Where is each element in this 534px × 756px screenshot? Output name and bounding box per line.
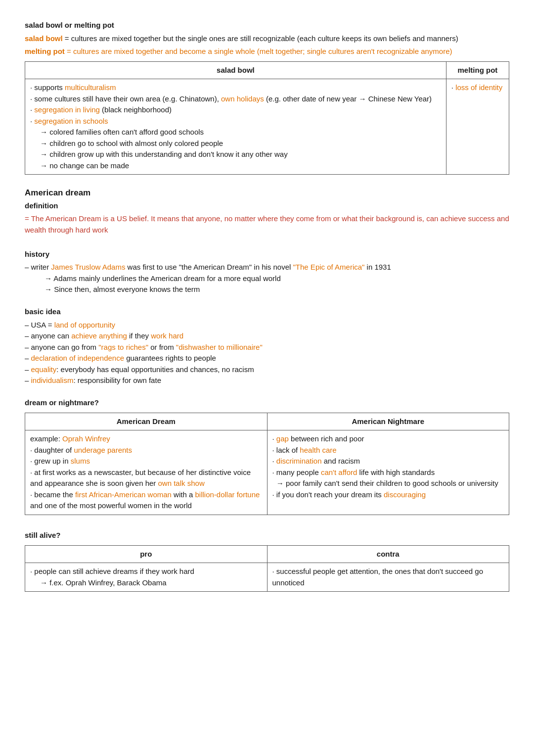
list-item: · at first works as a newscaster, but be… [30,467,262,489]
salad-def-line: salad bowl = cultures are mixed together… [25,33,509,45]
list-item: equality: everybody has equal opportunit… [25,364,509,376]
list-item: anyone can go from "rags to riches" or f… [25,342,509,353]
oprah-name: Oprah Winfrey [62,434,110,443]
gap-text: gap [276,434,289,443]
book-title: "The Epic of America" [293,263,365,271]
list-item: → children go to school with almost only… [40,138,441,149]
list-item: → children grow up with this understandi… [40,149,441,160]
dream-nightmare-table: American Dream American Nightmare exampl… [25,413,509,515]
list-item: · segregation in living (black neighborh… [30,104,441,116]
declaration-text: declaration of independence [31,354,124,362]
table-col2-header: melting pot [446,61,509,79]
list-item: · if you don't reach your dream its disc… [272,489,504,501]
slums-text: slums [71,457,90,465]
basic-idea-items: USA = land of opportunity anyone can ach… [25,320,509,386]
multiculturalism-text: multiculturalism [65,83,116,92]
dishwasher-to-millionaire: "dishwasher to millionaire" [176,343,263,351]
loss-of-identity-text: loss of identity [455,83,502,92]
american-dream-heading: American dream [25,187,509,199]
list-item: declaration of independence guarantees r… [25,353,509,364]
list-item: · gap between rich and poor [272,433,504,445]
salad-melting-table: salad bowl melting pot · supports multic… [25,61,509,175]
own-holidays-text: own holidays [221,94,264,103]
list-item: → colored families often can't afford go… [40,127,441,138]
list-item: – writer James Truslow Adams was first t… [25,262,509,273]
seg-living-text: segregation in living [34,105,100,114]
table-col1-body: · supports multiculturalism · some cultu… [25,79,446,175]
equality-text: equality [31,365,57,374]
rags-to-riches: "rags to riches" [98,343,148,351]
salad-def-text: = cultures are mixed together but the si… [63,34,458,43]
salad-bowl-section: salad bowl or melting pot salad bowl = c… [25,20,509,175]
list-item: example: Oprah Winfrey [30,433,262,445]
first-african-american: first African-American woman [75,490,172,499]
dream-col2-header: American Nightmare [267,413,509,430]
discouraging-text: discouraging [384,490,426,499]
list-item: · discrimination and racism [272,456,504,467]
list-item: individualism: responsibility for own fa… [25,375,509,386]
pro-body: · people can still achieve dreams if the… [25,563,267,592]
list-item: → no change can be made [40,160,441,172]
dream-col2-body: · gap between rich and poor · lack of he… [267,430,509,515]
dream-nightmare-label: dream or nightmare? [25,397,509,409]
salad-bowl-heading: salad bowl or melting pot [25,20,509,31]
table-col1-header: salad bowl [25,61,446,79]
list-item: · lack of health care [272,445,504,456]
contra-header: contra [267,545,509,563]
basic-idea-label: basic idea [25,306,509,318]
melting-def-line: melting pot = cultures are mixed togethe… [25,46,509,57]
list-item: → f.ex. Oprah Winfrey, Barack Obama [40,577,262,589]
history-label: history [25,249,509,260]
own-talk-show: own talk show [158,479,205,487]
list-item: · successful people get attention, the o… [272,566,504,588]
seg-schools-text: segregation in schools [34,117,108,125]
still-alive-table: pro contra · people can still achieve dr… [25,545,509,592]
work-hard: work hard [151,331,183,340]
still-alive-label: still alive? [25,530,509,541]
salad-def-label: salad bowl [25,34,63,43]
underage-parents: underage parents [74,446,132,454]
billion-dollar: billion-dollar fortune [195,490,260,499]
history-items: – writer James Truslow Adams was first t… [25,262,509,295]
list-item: anyone can achieve anything if they work… [25,331,509,342]
pro-header: pro [25,545,267,563]
dream-col1-body: example: Oprah Winfrey · daughter of und… [25,430,267,515]
list-item: · became the first African-American woma… [30,489,262,512]
list-item: → Adams mainly underlines the American d… [44,273,509,284]
dream-col1-header: American Dream [25,413,267,430]
melting-def-text: = cultures are mixed together and become… [65,47,452,55]
contra-body: · successful people get attention, the o… [267,563,509,592]
list-item: · daughter of underage parents [30,445,262,456]
achieve-anything: achieve anything [71,331,127,340]
list-item: · people can still achieve dreams if the… [30,566,262,577]
list-item: USA = land of opportunity [25,320,509,331]
health-care-text: health care [300,446,336,454]
discrimination-text: discrimination [276,457,322,465]
adams-name: James Truslow Adams [51,263,125,271]
table-col2-body: · loss of identity [446,79,509,175]
list-item: · loss of identity [451,82,504,94]
definition-text: = The American Dream is a US belief. It … [25,213,509,236]
american-dream-section: American dream definition = The American… [25,187,509,592]
list-item: · segregation in schools [30,116,441,127]
list-item: · some cultures still have their own are… [30,94,441,105]
list-item: · many people can't afford life with hig… [272,467,504,489]
cant-afford-text: can't afford [321,468,357,476]
individualism-text: individualism [31,376,74,384]
list-item: · grew up in slums [30,456,262,467]
definition-label: definition [25,200,509,212]
melting-def-label: melting pot [25,47,65,55]
list-item: → Since then, almost everyone knows the … [44,284,509,295]
land-of-opportunity: land of opportunity [54,321,115,329]
list-item: · supports multiculturalism [30,82,441,94]
